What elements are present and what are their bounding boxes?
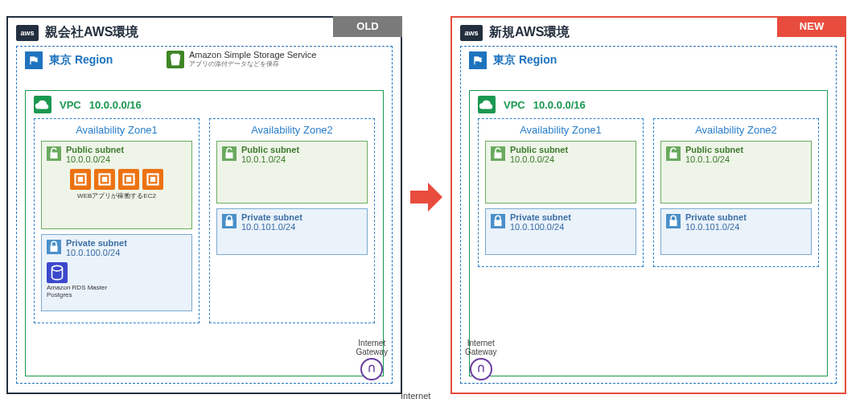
subnet-label: Private subnet <box>241 212 302 222</box>
ec2-instances <box>47 169 187 190</box>
rds-icon <box>47 262 68 283</box>
lock-open-icon <box>222 146 237 161</box>
public-subnet-1: Public subnet 10.0.0.0/24 WEBアプリが稼働するEC2 <box>41 141 192 229</box>
public-subnet-1: Public subnet 10.0.0.0/24 <box>485 141 636 204</box>
az1: Availability Zone1 Public subnet 10.0.0.… <box>478 118 644 267</box>
s3-service: Amazon Simple Storage Service アプリの添付データな… <box>167 50 316 68</box>
vpc-cloud-icon <box>34 96 51 113</box>
region-title: 東京 Region <box>49 53 113 68</box>
region-flag-icon <box>469 51 487 69</box>
old-badge: OLD <box>333 16 402 37</box>
subnet-cidr: 10.0.0.0/24 <box>510 154 568 164</box>
igw-label: Internet Gateway <box>356 339 388 356</box>
vpc-cidr: 10.0.0.0/16 <box>89 99 142 111</box>
az1-title: Availability Zone1 <box>485 124 636 136</box>
public-subnet-2: Public subnet 10.0.1.0/24 <box>660 141 812 204</box>
new-badge: NEW <box>777 16 846 37</box>
old-environment: OLD 親会社AWS環境 東京 Region Amazon Simple Sto… <box>6 16 402 394</box>
vpc-label: VPC <box>504 99 525 111</box>
az-row: Availability Zone1 Public subnet 10.0.0.… <box>34 118 375 323</box>
igw-icon <box>470 358 492 380</box>
az1-title: Availability Zone1 <box>41 124 192 136</box>
svg-point-8 <box>52 265 63 271</box>
lock-closed-icon <box>222 214 237 228</box>
internet-label: Internet <box>401 391 430 401</box>
vpc-label: VPC <box>60 99 81 111</box>
az2: Availability Zone2 Public subnet 10.0.1.… <box>653 118 819 267</box>
rds-instance: Amazon RDS Master Postgres <box>47 262 187 299</box>
igw-label: Internet Gateway <box>465 339 496 356</box>
aws-logo-icon <box>460 25 483 41</box>
subnet-cidr: 10.0.0.0/24 <box>66 154 124 164</box>
region-box: 東京 Region VPC 10.0.0.0/16 Availability Z… <box>460 46 837 384</box>
ec2-note: WEBアプリが稼働するEC2 <box>47 191 187 200</box>
lock-open-icon <box>491 146 505 161</box>
s3-bucket-icon <box>167 51 184 68</box>
vpc-box: VPC 10.0.0.0/16 Availability Zone1 Publi… <box>469 90 828 376</box>
svg-rect-1 <box>78 177 84 183</box>
az2-title: Availability Zone2 <box>216 124 368 136</box>
s3-title: Amazon Simple Storage Service <box>189 50 316 60</box>
vpc-box: VPC 10.0.0.0/16 Availability Zone1 Publi… <box>25 90 384 376</box>
az2-title: Availability Zone2 <box>660 124 812 136</box>
region-box: 東京 Region Amazon Simple Storage Service … <box>16 46 393 384</box>
subnet-label: Public subnet <box>241 145 299 154</box>
private-subnet-2: Private subnet 10.0.101.0/24 <box>216 208 368 255</box>
subnet-cidr: 10.0.1.0/24 <box>685 154 743 164</box>
lock-open-icon <box>666 146 681 161</box>
subnet-label: Private subnet <box>510 212 571 222</box>
az2: Availability Zone2 Public subnet 10.0.1.… <box>209 118 375 323</box>
env-title: 親会社AWS環境 <box>45 24 138 41</box>
az1: Availability Zone1 Public subnet 10.0.0.… <box>34 118 200 323</box>
region-header: 東京 Region <box>469 51 828 69</box>
vpc-header: VPC 10.0.0.0/16 <box>478 96 819 113</box>
vpc-header: VPC 10.0.0.0/16 <box>34 96 375 113</box>
subnet-label: Public subnet <box>66 145 124 154</box>
aws-logo-icon <box>16 25 39 41</box>
svg-rect-3 <box>102 177 108 183</box>
new-environment: NEW 新規AWS環境 東京 Region VPC 10.0.0.0/16 Av… <box>450 16 846 394</box>
rds-note: Amazon RDS Master Postgres <box>47 285 107 299</box>
vpc-cidr: 10.0.0.0/16 <box>533 99 586 111</box>
migration-arrow-icon <box>409 179 444 215</box>
svg-rect-5 <box>126 177 132 183</box>
az-row: Availability Zone1 Public subnet 10.0.0.… <box>478 118 819 267</box>
lock-closed-icon <box>491 214 505 228</box>
subnet-cidr: 10.0.101.0/24 <box>241 222 302 232</box>
ec2-icon <box>94 169 115 190</box>
subnet-cidr: 10.0.1.0/24 <box>241 154 299 164</box>
lock-closed-icon <box>47 240 61 254</box>
env-title: 新規AWS環境 <box>489 24 570 41</box>
private-subnet-2: Private subnet 10.0.101.0/24 <box>660 208 812 255</box>
subnet-label: Public subnet <box>685 145 743 154</box>
public-subnet-2: Public subnet 10.0.1.0/24 <box>216 141 368 204</box>
vpc-cloud-icon <box>478 96 496 113</box>
internet-gateway: Internet Gateway <box>356 339 388 380</box>
subnet-label: Private subnet <box>685 212 747 222</box>
s3-subtitle: アプリの添付データなどを保存 <box>189 60 316 68</box>
subnet-label: Public subnet <box>510 145 568 154</box>
lock-open-icon <box>47 146 61 161</box>
private-subnet-1: Private subnet 10.0.100.0/24 <box>485 208 636 255</box>
private-subnet-1: Private subnet 10.0.100.0/24 Amazon RDS … <box>41 234 192 311</box>
region-title: 東京 Region <box>493 53 557 68</box>
subnet-cidr: 10.0.100.0/24 <box>66 248 127 257</box>
subnet-cidr: 10.0.100.0/24 <box>510 222 571 232</box>
ec2-icon <box>142 169 163 190</box>
subnet-label: Private subnet <box>66 238 127 248</box>
svg-rect-7 <box>150 177 156 183</box>
igw-icon <box>360 358 383 380</box>
ec2-icon <box>118 169 139 190</box>
ec2-icon <box>70 169 91 190</box>
internet-gateway: Internet Gateway <box>465 339 496 380</box>
lock-closed-icon <box>666 214 681 228</box>
subnet-cidr: 10.0.101.0/24 <box>685 222 747 232</box>
region-flag-icon <box>25 51 43 69</box>
